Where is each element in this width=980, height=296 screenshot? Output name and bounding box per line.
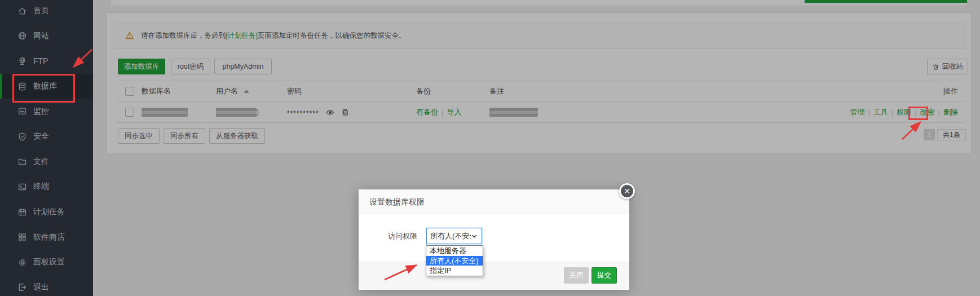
appstore-grid-icon [17, 232, 27, 242]
recycle-bin-label: 回收站 [942, 62, 964, 72]
sidebar-item-logout[interactable]: 退出 [0, 275, 93, 296]
sync-all-button[interactable]: 同步所有 [164, 128, 205, 144]
sidebar-item-label: 文件 [33, 157, 49, 167]
ftp-icon [17, 56, 27, 66]
sidebar-item-monitor[interactable]: 监控 [0, 99, 93, 124]
sidebar-item-label: 数据库 [33, 81, 57, 91]
notice-suffix: 页面添加定时备份任务，以确保您的数据安全。 [258, 32, 406, 39]
sidebar-item-home[interactable]: 首页 [0, 0, 93, 24]
sidebar-item-label: 监控 [33, 107, 49, 117]
sidebar-menu: 首页 网站 FTP 数据库 监控 安全 文件 终端 [0, 0, 93, 296]
sort-asc-icon[interactable] [244, 90, 249, 93]
content-panel: 请在添加数据库后，务必到[计划任务]页面添加定时备份任务，以确保您的数据安全。 … [107, 13, 971, 153]
option-everyone-unsafe[interactable]: 所有人(不安全) [426, 256, 483, 266]
delete-link[interactable]: 删除 [943, 107, 958, 117]
sidebar-item-settings[interactable]: 面板设置 [0, 250, 93, 275]
top-cutoff-green-bar [805, 0, 967, 3]
warning-triangle-icon [125, 31, 134, 40]
modal-title: 设置数据库权限 [369, 189, 425, 214]
get-from-server-button[interactable]: 从服务器获取 [209, 128, 265, 144]
cron-page-link[interactable]: [计划任务] [226, 32, 258, 39]
header-username-label: 用户名 [216, 86, 238, 96]
modal-submit-button[interactable]: 提交 [591, 267, 617, 284]
sidebar-item-label: 面板设置 [33, 257, 65, 267]
modal-footer [359, 262, 629, 290]
sidebar-item-files[interactable]: 文件 [0, 149, 93, 175]
permission-link[interactable]: 权限 [897, 107, 911, 117]
select-dropdown-list: 本地服务器 所有人(不安全) 指定IP [426, 245, 483, 276]
show-password-eye-icon[interactable] [326, 108, 334, 117]
trash-icon [932, 63, 939, 70]
sidebar-item-database[interactable]: 数据库 [0, 74, 93, 99]
backup-status-link[interactable]: 有备份 [416, 107, 438, 117]
modal-close-button[interactable]: 关闭 [564, 267, 589, 284]
set-permission-modal: 设置数据库权限 访问权限 所有人(不安全) 本地服务器 所有人(不安全) 指定I… [359, 189, 629, 290]
add-database-button[interactable]: 添加数据库 [118, 59, 165, 74]
access-permission-label: 访问权限 [388, 228, 417, 244]
phpmyadmin-button[interactable]: phpMyAdmin [214, 59, 272, 74]
sidebar: 首页 网站 FTP 数据库 监控 安全 文件 终端 [0, 0, 93, 296]
sidebar-item-label: 首页 [33, 6, 49, 16]
note-redacted [489, 108, 538, 117]
recycle-bin-button[interactable]: 回收站 [927, 59, 968, 74]
sidebar-item-label: 软件商店 [33, 232, 65, 242]
separator: | [868, 108, 869, 117]
sync-selected-button[interactable]: 同步选中 [118, 128, 160, 144]
pagination-total: 共1条 [937, 129, 966, 140]
folder-icon [17, 157, 27, 166]
home-icon [17, 6, 27, 16]
backup-notice: 请在添加数据库后，务必到[计划任务]页面添加定时备份任务，以确保您的数据安全。 [113, 23, 965, 48]
sidebar-item-website[interactable]: 网站 [0, 24, 93, 49]
select-all-checkbox[interactable] [125, 87, 134, 96]
website-icon [17, 31, 27, 41]
option-specified-ip[interactable]: 指定IP [426, 266, 483, 276]
separator: | [915, 108, 916, 117]
pagination-page-1[interactable]: 1 [924, 129, 935, 140]
sidebar-item-security[interactable]: 安全 [0, 124, 93, 149]
header-username[interactable]: 用户名 [216, 81, 249, 101]
database-table: 数据库名 用户名 密码 备份 备注 操作 ) ********** [117, 81, 965, 123]
database-icon [17, 82, 27, 91]
sidebar-item-label: 退出 [33, 282, 49, 293]
select-value: 所有人(不安全) [427, 231, 471, 241]
copy-password-icon[interactable] [341, 108, 348, 116]
notice-text: 请在添加数据库后，务必到[计划任务]页面添加定时备份任务，以确保您的数据安全。 [141, 31, 405, 41]
table-header: 数据库名 用户名 密码 备份 备注 操作 [117, 81, 965, 102]
masked-password: ********** [287, 107, 319, 117]
row-actions: 管理 | 工具 | 权限 | 改密 | 删除 [850, 102, 958, 122]
calendar-icon [17, 207, 27, 217]
manage-link[interactable]: 管理 [850, 107, 864, 117]
header-action: 操作 [943, 81, 958, 101]
security-shield-icon [17, 132, 27, 142]
terminal-icon [17, 182, 27, 192]
sidebar-item-label: 网站 [33, 31, 49, 41]
sidebar-item-appstore[interactable]: 软件商店 [0, 224, 93, 250]
header-password: 密码 [287, 81, 302, 101]
import-link[interactable]: 导入 [447, 107, 461, 117]
tools-link[interactable]: 工具 [873, 107, 888, 117]
gear-icon [17, 258, 27, 267]
username-suffix: ) [257, 108, 259, 116]
logout-icon [17, 282, 27, 292]
sidebar-item-cron[interactable]: 计划任务 [0, 200, 93, 225]
username-redacted [216, 108, 257, 117]
monitor-icon [17, 107, 27, 116]
separator: | [938, 108, 940, 117]
sidebar-item-terminal[interactable]: 终端 [0, 174, 93, 200]
option-local-server[interactable]: 本地服务器 [426, 246, 483, 256]
notice-prefix: 请在添加数据库后，务必到 [141, 32, 226, 39]
sidebar-item-label: 计划任务 [33, 207, 65, 217]
header-database-name[interactable]: 数据库名 [142, 81, 171, 101]
sidebar-item-label: FTP [33, 56, 48, 65]
table-row: ) ********** 有备份 | 导入 管理 | 工具 [117, 102, 965, 122]
access-permission-select[interactable]: 所有人(不安全) [426, 228, 482, 244]
sidebar-item-ftp[interactable]: FTP [0, 48, 93, 74]
modal-header: 设置数据库权限 [359, 189, 629, 214]
separator: | [891, 108, 893, 117]
change-password-link[interactable]: 改密 [920, 107, 935, 117]
sidebar-item-label: 安全 [33, 131, 49, 142]
row-checkbox[interactable] [125, 108, 134, 117]
sidebar-item-label: 终端 [33, 182, 49, 192]
root-password-button[interactable]: root密码 [171, 59, 210, 74]
modal-close-x-icon[interactable]: ✕ [619, 183, 635, 199]
